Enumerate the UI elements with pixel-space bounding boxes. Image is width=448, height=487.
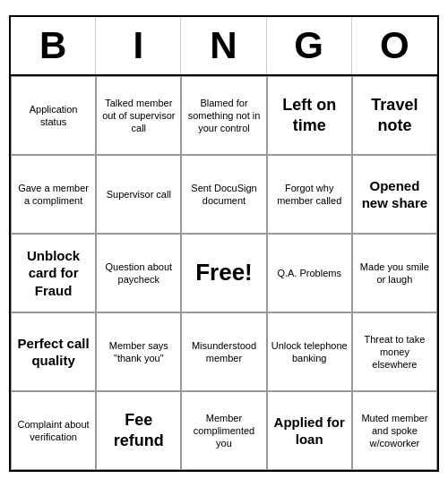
cell-text-3: Left on time [271,95,348,137]
cell-text-4: Travel note [357,95,433,137]
cell-text-7: Sent DocuSign document [185,182,262,208]
bingo-cell-4[interactable]: Travel note [352,76,437,155]
bingo-cell-12[interactable]: Free! [181,234,266,312]
bingo-cell-7[interactable]: Sent DocuSign document [181,155,266,234]
bingo-cell-0[interactable]: Application status [11,76,96,155]
bingo-cell-22[interactable]: Member complimented you [181,391,266,470]
bingo-cell-17[interactable]: Misunderstood member [181,312,266,391]
bingo-grid: Application statusTalked member out of s… [11,76,437,470]
cell-text-13: Q.A. Problems [277,267,341,279]
cell-text-17: Misunderstood member [185,339,262,365]
bingo-cell-8[interactable]: Forgot why member called [267,155,352,234]
cell-text-10: Unblock card for Fraud [15,247,91,300]
cell-text-20: Complaint about verification [15,418,91,444]
bingo-cell-18[interactable]: Unlock telephone banking [267,312,352,391]
bingo-cell-9[interactable]: Opened new share [352,155,437,234]
bingo-cell-5[interactable]: Gave a member a compliment [11,155,96,234]
cell-text-9: Opened new share [357,177,433,212]
cell-text-24: Muted member and spoke w/coworker [357,412,433,450]
bingo-cell-13[interactable]: Q.A. Problems [267,234,352,312]
cell-text-23: Applied for loan [271,414,348,449]
cell-text-1: Talked member out of supervisor call [100,97,177,135]
header-letter-n: N [181,17,266,74]
cell-text-15: Perfect call quality [15,335,91,370]
cell-text-14: Made you smile or laugh [357,261,433,286]
bingo-card: BINGO Application statusTalked member ou… [9,15,439,472]
header-letter-g: G [267,17,352,74]
bingo-cell-1[interactable]: Talked member out of supervisor call [96,76,181,155]
cell-text-8: Forgot why member called [271,182,348,208]
cell-text-2: Blamed for something not in your control [185,97,262,135]
bingo-cell-21[interactable]: Fee refund [96,391,181,470]
cell-text-19: Threat to take money elsewhere [357,333,433,372]
cell-text-18: Unlock telephone banking [271,339,348,365]
cell-text-16: Member says "thank you" [100,339,177,365]
bingo-cell-10[interactable]: Unblock card for Fraud [11,234,96,312]
bingo-cell-11[interactable]: Question about paycheck [96,234,181,312]
bingo-cell-2[interactable]: Blamed for something not in your control [181,76,266,155]
bingo-cell-3[interactable]: Left on time [267,76,352,155]
cell-text-12: Free! [195,258,253,288]
bingo-cell-24[interactable]: Muted member and spoke w/coworker [352,391,437,470]
header-letter-o: O [352,17,437,74]
cell-text-22: Member complimented you [185,412,262,450]
cell-text-0: Application status [15,103,91,129]
header-letter-b: B [11,17,96,74]
bingo-cell-23[interactable]: Applied for loan [267,391,352,470]
bingo-cell-15[interactable]: Perfect call quality [11,312,96,391]
cell-text-5: Gave a member a compliment [15,182,91,208]
cell-text-6: Supervisor call [107,188,171,201]
bingo-cell-19[interactable]: Threat to take money elsewhere [352,312,437,391]
bingo-cell-16[interactable]: Member says "thank you" [96,312,181,391]
cell-text-11: Question about paycheck [100,261,177,286]
bingo-cell-20[interactable]: Complaint about verification [11,391,96,470]
cell-text-21: Fee refund [100,410,177,452]
bingo-header: BINGO [11,17,437,76]
bingo-cell-6[interactable]: Supervisor call [96,155,181,234]
header-letter-i: I [96,17,181,74]
bingo-cell-14[interactable]: Made you smile or laugh [352,234,437,312]
